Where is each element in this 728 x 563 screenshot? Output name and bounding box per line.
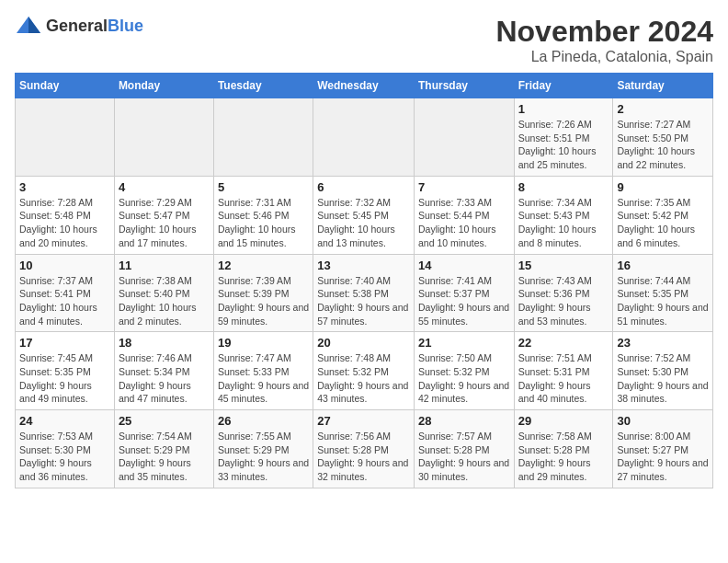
calendar-cell: 27Sunrise: 7:56 AMSunset: 5:28 PMDayligh… bbox=[313, 410, 415, 488]
calendar-cell: 19Sunrise: 7:47 AMSunset: 5:33 PMDayligh… bbox=[213, 332, 313, 410]
day-detail: Sunrise: 7:53 AMSunset: 5:30 PMDaylight:… bbox=[19, 430, 110, 484]
calendar-cell: 5Sunrise: 7:31 AMSunset: 5:46 PMDaylight… bbox=[213, 176, 313, 254]
calendar-cell: 23Sunrise: 7:52 AMSunset: 5:30 PMDayligh… bbox=[613, 332, 713, 410]
day-number: 24 bbox=[19, 414, 110, 428]
logo-text: GeneralBlue bbox=[46, 17, 143, 36]
day-detail: Sunrise: 7:28 AMSunset: 5:48 PMDaylight:… bbox=[19, 196, 110, 250]
logo-icon bbox=[15, 15, 42, 37]
calendar-cell: 12Sunrise: 7:39 AMSunset: 5:39 PMDayligh… bbox=[213, 254, 313, 332]
day-number: 23 bbox=[617, 336, 709, 350]
logo-blue: Blue bbox=[108, 17, 143, 35]
header-area: GeneralBlue November 2024 La Pineda, Cat… bbox=[15, 15, 713, 65]
day-detail: Sunrise: 7:33 AMSunset: 5:44 PMDaylight:… bbox=[418, 196, 510, 250]
calendar-week-row: 17Sunrise: 7:45 AMSunset: 5:35 PMDayligh… bbox=[16, 332, 713, 410]
svg-marker-1 bbox=[28, 17, 40, 33]
day-detail: Sunrise: 7:58 AMSunset: 5:28 PMDaylight:… bbox=[518, 430, 609, 484]
day-detail: Sunrise: 8:00 AMSunset: 5:27 PMDaylight:… bbox=[617, 430, 709, 484]
day-detail: Sunrise: 7:56 AMSunset: 5:28 PMDaylight:… bbox=[317, 430, 410, 484]
day-number: 25 bbox=[119, 414, 210, 428]
calendar-cell: 25Sunrise: 7:54 AMSunset: 5:29 PMDayligh… bbox=[114, 410, 213, 488]
day-number: 29 bbox=[518, 414, 609, 428]
calendar-cell: 14Sunrise: 7:41 AMSunset: 5:37 PMDayligh… bbox=[414, 254, 514, 332]
day-number: 27 bbox=[317, 414, 410, 428]
calendar-cell: 20Sunrise: 7:48 AMSunset: 5:32 PMDayligh… bbox=[313, 332, 415, 410]
day-detail: Sunrise: 7:43 AMSunset: 5:36 PMDaylight:… bbox=[518, 274, 609, 328]
calendar-cell: 24Sunrise: 7:53 AMSunset: 5:30 PMDayligh… bbox=[16, 410, 115, 488]
day-number: 5 bbox=[218, 180, 309, 194]
calendar-table: SundayMondayTuesdayWednesdayThursdayFrid… bbox=[15, 73, 713, 488]
day-number: 9 bbox=[617, 180, 709, 194]
day-detail: Sunrise: 7:46 AMSunset: 5:34 PMDaylight:… bbox=[119, 351, 210, 406]
day-number: 28 bbox=[418, 414, 510, 428]
day-number: 7 bbox=[418, 180, 510, 194]
day-detail: Sunrise: 7:31 AMSunset: 5:46 PMDaylight:… bbox=[218, 196, 309, 250]
day-detail: Sunrise: 7:50 AMSunset: 5:32 PMDaylight:… bbox=[418, 351, 510, 406]
day-number: 8 bbox=[518, 180, 609, 194]
calendar-cell: 22Sunrise: 7:51 AMSunset: 5:31 PMDayligh… bbox=[514, 332, 613, 410]
day-number: 21 bbox=[418, 336, 510, 350]
day-number: 19 bbox=[218, 336, 309, 350]
calendar-week-row: 1Sunrise: 7:26 AMSunset: 5:51 PMDaylight… bbox=[16, 98, 713, 177]
day-number: 26 bbox=[218, 414, 309, 428]
calendar-cell: 6Sunrise: 7:32 AMSunset: 5:45 PMDaylight… bbox=[313, 176, 415, 254]
day-number: 30 bbox=[617, 414, 709, 428]
calendar-cell bbox=[114, 98, 213, 177]
calendar-cell bbox=[213, 98, 313, 177]
day-number: 1 bbox=[518, 102, 609, 116]
calendar-cell: 4Sunrise: 7:29 AMSunset: 5:47 PMDaylight… bbox=[114, 176, 213, 254]
calendar-week-row: 3Sunrise: 7:28 AMSunset: 5:48 PMDaylight… bbox=[16, 176, 713, 254]
day-detail: Sunrise: 7:55 AMSunset: 5:29 PMDaylight:… bbox=[218, 430, 309, 484]
weekday-header: Tuesday bbox=[213, 74, 313, 98]
day-detail: Sunrise: 7:40 AMSunset: 5:38 PMDaylight:… bbox=[317, 274, 410, 328]
day-number: 12 bbox=[218, 259, 309, 272]
day-number: 6 bbox=[317, 180, 410, 194]
day-number: 11 bbox=[119, 259, 210, 272]
calendar-cell: 9Sunrise: 7:35 AMSunset: 5:42 PMDaylight… bbox=[613, 176, 713, 254]
calendar-week-row: 10Sunrise: 7:37 AMSunset: 5:41 PMDayligh… bbox=[16, 254, 713, 332]
day-detail: Sunrise: 7:35 AMSunset: 5:42 PMDaylight:… bbox=[617, 196, 709, 250]
weekday-header: Friday bbox=[514, 74, 613, 98]
calendar-cell: 29Sunrise: 7:58 AMSunset: 5:28 PMDayligh… bbox=[514, 410, 613, 488]
day-number: 4 bbox=[119, 180, 210, 194]
day-detail: Sunrise: 7:47 AMSunset: 5:33 PMDaylight:… bbox=[218, 351, 309, 406]
day-detail: Sunrise: 7:34 AMSunset: 5:43 PMDaylight:… bbox=[518, 196, 609, 250]
calendar-cell: 28Sunrise: 7:57 AMSunset: 5:28 PMDayligh… bbox=[414, 410, 514, 488]
calendar-cell: 11Sunrise: 7:38 AMSunset: 5:40 PMDayligh… bbox=[114, 254, 213, 332]
calendar-cell: 7Sunrise: 7:33 AMSunset: 5:44 PMDaylight… bbox=[414, 176, 514, 254]
calendar-cell: 2Sunrise: 7:27 AMSunset: 5:50 PMDaylight… bbox=[613, 98, 713, 177]
calendar-cell: 21Sunrise: 7:50 AMSunset: 5:32 PMDayligh… bbox=[414, 332, 514, 410]
calendar-cell: 26Sunrise: 7:55 AMSunset: 5:29 PMDayligh… bbox=[213, 410, 313, 488]
day-number: 10 bbox=[19, 259, 110, 272]
day-detail: Sunrise: 7:41 AMSunset: 5:37 PMDaylight:… bbox=[418, 274, 510, 328]
day-detail: Sunrise: 7:29 AMSunset: 5:47 PMDaylight:… bbox=[119, 196, 210, 250]
day-number: 16 bbox=[617, 259, 709, 272]
weekday-header: Sunday bbox=[16, 74, 115, 98]
title-area: November 2024 La Pineda, Catalonia, Spai… bbox=[495, 15, 713, 65]
day-detail: Sunrise: 7:37 AMSunset: 5:41 PMDaylight:… bbox=[19, 274, 110, 328]
day-detail: Sunrise: 7:38 AMSunset: 5:40 PMDaylight:… bbox=[119, 274, 210, 328]
calendar-week-row: 24Sunrise: 7:53 AMSunset: 5:30 PMDayligh… bbox=[16, 410, 713, 488]
weekday-header-row: SundayMondayTuesdayWednesdayThursdayFrid… bbox=[16, 74, 713, 98]
day-number: 14 bbox=[418, 259, 510, 272]
calendar-cell bbox=[313, 98, 415, 177]
calendar-cell: 30Sunrise: 8:00 AMSunset: 5:27 PMDayligh… bbox=[613, 410, 713, 488]
day-detail: Sunrise: 7:26 AMSunset: 5:51 PMDaylight:… bbox=[518, 118, 609, 172]
weekday-header: Wednesday bbox=[313, 74, 415, 98]
day-detail: Sunrise: 7:44 AMSunset: 5:35 PMDaylight:… bbox=[617, 274, 709, 328]
day-number: 17 bbox=[19, 336, 110, 350]
day-number: 2 bbox=[617, 102, 709, 116]
calendar-cell: 8Sunrise: 7:34 AMSunset: 5:43 PMDaylight… bbox=[514, 176, 613, 254]
day-detail: Sunrise: 7:39 AMSunset: 5:39 PMDaylight:… bbox=[218, 274, 309, 328]
calendar-cell: 13Sunrise: 7:40 AMSunset: 5:38 PMDayligh… bbox=[313, 254, 415, 332]
calendar-cell: 1Sunrise: 7:26 AMSunset: 5:51 PMDaylight… bbox=[514, 98, 613, 177]
calendar-cell: 3Sunrise: 7:28 AMSunset: 5:48 PMDaylight… bbox=[16, 176, 115, 254]
day-detail: Sunrise: 7:51 AMSunset: 5:31 PMDaylight:… bbox=[518, 351, 609, 406]
calendar-cell: 10Sunrise: 7:37 AMSunset: 5:41 PMDayligh… bbox=[16, 254, 115, 332]
location-title: La Pineda, Catalonia, Spain bbox=[495, 49, 713, 65]
day-number: 3 bbox=[19, 180, 110, 194]
day-detail: Sunrise: 7:52 AMSunset: 5:30 PMDaylight:… bbox=[617, 351, 709, 406]
calendar-cell: 17Sunrise: 7:45 AMSunset: 5:35 PMDayligh… bbox=[16, 332, 115, 410]
calendar-cell: 16Sunrise: 7:44 AMSunset: 5:35 PMDayligh… bbox=[613, 254, 713, 332]
day-detail: Sunrise: 7:54 AMSunset: 5:29 PMDaylight:… bbox=[119, 430, 210, 484]
logo: GeneralBlue bbox=[15, 15, 143, 37]
